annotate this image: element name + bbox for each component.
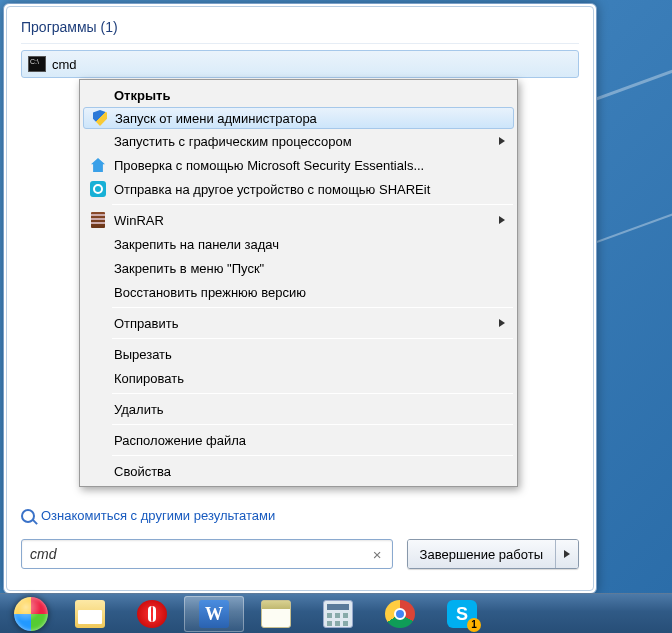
ctx-separator bbox=[112, 307, 513, 308]
ctx-run-as-admin[interactable]: Запуск от имени администратора bbox=[83, 107, 514, 129]
shareit-icon bbox=[89, 180, 107, 198]
shutdown-button[interactable]: Завершение работы bbox=[408, 540, 556, 568]
cmd-icon bbox=[28, 56, 46, 72]
ctx-pin-start[interactable]: Закрепить в меню "Пуск" bbox=[82, 256, 515, 280]
taskbar-skype[interactable]: S bbox=[432, 596, 492, 632]
ctx-separator bbox=[112, 424, 513, 425]
word-icon: W bbox=[199, 600, 229, 628]
search-icon bbox=[21, 509, 35, 523]
ctx-file-location[interactable]: Расположение файла bbox=[82, 428, 515, 452]
taskbar-opera[interactable] bbox=[122, 596, 182, 632]
ctx-open[interactable]: Открыть bbox=[82, 83, 515, 107]
ctx-separator bbox=[112, 338, 513, 339]
windows-orb-icon bbox=[14, 597, 48, 631]
ctx-pin-taskbar[interactable]: Закрепить на панели задач bbox=[82, 232, 515, 256]
taskbar-chrome[interactable] bbox=[370, 596, 430, 632]
submenu-arrow-icon bbox=[499, 137, 505, 145]
taskbar: W S bbox=[0, 593, 672, 633]
mse-icon bbox=[89, 156, 107, 174]
calculator-icon bbox=[323, 600, 353, 628]
section-divider bbox=[21, 43, 579, 44]
submenu-arrow-icon bbox=[499, 319, 505, 327]
chevron-right-icon bbox=[564, 550, 570, 558]
ctx-separator bbox=[112, 393, 513, 394]
taskbar-notepad[interactable] bbox=[246, 596, 306, 632]
ctx-shareit-send[interactable]: Отправка на другое устройство с помощью … bbox=[82, 177, 515, 201]
uac-shield-icon bbox=[91, 109, 109, 127]
ctx-mse-scan[interactable]: Проверка с помощью Microsoft Security Es… bbox=[82, 153, 515, 177]
search-input[interactable] bbox=[30, 546, 371, 562]
taskbar-explorer[interactable] bbox=[60, 596, 120, 632]
start-button[interactable] bbox=[4, 594, 58, 634]
winrar-icon bbox=[89, 211, 107, 229]
ctx-delete[interactable]: Удалить bbox=[82, 397, 515, 421]
ctx-cut[interactable]: Вырезать bbox=[82, 342, 515, 366]
skype-icon: S bbox=[447, 600, 477, 628]
opera-icon bbox=[137, 600, 167, 628]
taskbar-calculator[interactable] bbox=[308, 596, 368, 632]
ctx-restore-previous[interactable]: Восстановить прежнюю версию bbox=[82, 280, 515, 304]
chrome-icon bbox=[385, 600, 415, 628]
search-result-cmd[interactable]: cmd bbox=[21, 50, 579, 78]
search-result-label: cmd bbox=[52, 57, 77, 72]
explorer-icon bbox=[75, 600, 105, 628]
ctx-separator bbox=[112, 204, 513, 205]
ctx-properties[interactable]: Свойства bbox=[82, 459, 515, 483]
clear-search-icon[interactable]: × bbox=[371, 546, 384, 563]
context-menu: Открыть Запуск от имени администратора З… bbox=[79, 79, 518, 487]
taskbar-word[interactable]: W bbox=[184, 596, 244, 632]
shutdown-split-button[interactable]: Завершение работы bbox=[407, 539, 579, 569]
ctx-separator bbox=[112, 455, 513, 456]
start-search-box[interactable]: × bbox=[21, 539, 393, 569]
submenu-arrow-icon bbox=[499, 216, 505, 224]
see-more-results-link[interactable]: Ознакомиться с другими результатами bbox=[21, 508, 579, 523]
ctx-run-with-gpu[interactable]: Запустить с графическим процессором bbox=[82, 129, 515, 153]
ctx-send-to[interactable]: Отправить bbox=[82, 311, 515, 335]
ctx-winrar[interactable]: WinRAR bbox=[82, 208, 515, 232]
ctx-copy[interactable]: Копировать bbox=[82, 366, 515, 390]
notepad-icon bbox=[261, 600, 291, 628]
shutdown-options-arrow[interactable] bbox=[556, 540, 578, 568]
section-header-programs: Программы (1) bbox=[21, 19, 579, 35]
see-more-label: Ознакомиться с другими результатами bbox=[41, 508, 275, 523]
